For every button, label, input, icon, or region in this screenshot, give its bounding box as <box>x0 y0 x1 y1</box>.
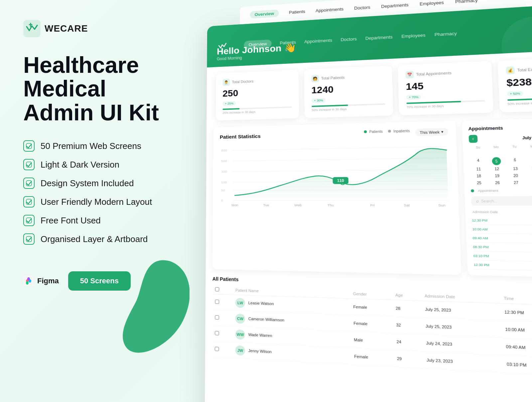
chart-title: Patient Statistics <box>220 133 261 140</box>
nav-appointments[interactable]: Appointments <box>316 6 343 13</box>
patient-gender: Female <box>350 315 393 333</box>
stat-value-patients: 1240 <box>311 82 385 96</box>
row-checkbox[interactable] <box>215 331 219 335</box>
svg-text:0: 0 <box>221 199 223 202</box>
stat-sub-doctors: 25% increase in 30 days <box>222 109 292 114</box>
calendar-month-label: July 2023 <box>522 135 532 140</box>
stat-badge-doctors: + 25% <box>222 101 236 106</box>
chart-tooltip-value: 110 <box>337 179 344 183</box>
stat-badge-earnings: + 50% <box>507 91 523 96</box>
dash-nav-employees[interactable]: Employees <box>401 32 426 39</box>
feature-item: Light & Dark Version <box>23 159 183 170</box>
patient-age: 29 <box>394 350 424 368</box>
stat-badge-patients: + 30% <box>312 98 326 103</box>
stat-card-doctors: 👨‍⚕️ Total Doctors 250 + 25% 25% increas… <box>216 70 299 121</box>
hero-title: Healthcare Medical Admin UI Kit <box>23 53 183 124</box>
patient-gender: Female <box>350 299 393 317</box>
calendar-header: ‹ July 2023 › <box>468 132 532 143</box>
svg-rect-3 <box>26 181 32 186</box>
stat-bar-earnings <box>507 96 532 101</box>
appt-time: 08:30 PM <box>473 245 488 249</box>
stat-label-earnings: Total Earnings <box>517 67 532 72</box>
patient-time: 09:40 AM <box>502 338 532 358</box>
nav-patients[interactable]: Patients <box>289 9 305 15</box>
svg-point-11 <box>26 281 29 285</box>
nav-overview[interactable]: Overview <box>250 9 279 19</box>
patient-name: Wade Warren <box>248 333 272 338</box>
patient-time: 12:30 PM <box>501 303 532 323</box>
dash-nav-pharmacy[interactable]: Pharmacy <box>434 31 457 37</box>
chart-legend: Patients Inpatients This Week ▾ <box>364 128 448 137</box>
nav-doctors[interactable]: Doctors <box>354 5 370 11</box>
chart-section: Patient Statistics Patients Inpatients T… <box>212 121 461 275</box>
svg-point-12 <box>27 277 30 281</box>
svg-text:Mon: Mon <box>231 203 238 207</box>
search-placeholder[interactable]: Search... <box>481 199 497 203</box>
figma-label: Figma <box>37 277 59 285</box>
appt-list-header: Admission Date Time Status <box>471 210 532 214</box>
patient-time: 03:10 PM <box>503 355 532 376</box>
patient-icon: 🧑 <box>311 75 319 82</box>
bottom-bar: Figma 50 Screens <box>23 271 183 291</box>
nav-departments[interactable]: Departments <box>381 2 409 9</box>
appointments-section: Appointments ‹ July 2023 › Su Mo Tu We T… <box>462 117 532 278</box>
row-checkbox[interactable] <box>215 315 219 320</box>
legend-dot-appointment <box>471 189 474 192</box>
stat-sub-patients: 50% increase in 30 days <box>312 106 385 112</box>
screens-button[interactable]: 50 Screens <box>68 271 131 291</box>
nav-employees[interactable]: Employees <box>420 0 444 7</box>
stat-card-appointments: 📅 Total Appointments 145 + 70% 70% incre… <box>398 61 493 115</box>
patient-statistics-chart: 800 500 300 100 50 0 <box>219 141 451 213</box>
appt-time: 03:10 PM <box>473 254 489 258</box>
main-content: Patient Statistics Patients Inpatients T… <box>206 113 532 283</box>
dash-nav-doctors[interactable]: Doctors <box>340 36 357 42</box>
search-icon: ⌕ <box>476 199 479 203</box>
legend-dot-inpatients <box>388 130 391 133</box>
select-all-checkbox[interactable] <box>215 287 219 292</box>
col-age: Age <box>392 290 422 301</box>
calendar-days: 1 2 3 4 5 6 7 8 9 10 11 12 13 14 <box>469 149 532 186</box>
nav-pharmacy[interactable]: Pharmacy <box>455 0 478 4</box>
stat-card-earnings: 💰 Total Earnings $2389 + 50% 50% increas… <box>497 56 532 112</box>
svg-text:Sun: Sun <box>438 203 446 207</box>
calendar-prev-button[interactable]: ‹ <box>468 135 477 143</box>
chart-header: Patient Statistics Patients Inpatients T… <box>220 128 448 140</box>
col-checkbox <box>212 285 233 295</box>
stat-badge-appointments: + 70% <box>406 94 421 100</box>
row-checkbox[interactable] <box>215 347 219 351</box>
check-icon <box>23 196 35 207</box>
doctor-icon: 👨‍⚕️ <box>223 78 230 86</box>
check-icon <box>23 140 35 152</box>
svg-text:Sat: Sat <box>404 203 410 207</box>
stat-value-doctors: 250 <box>222 86 292 99</box>
appointment-item: 12:30 PM ECG <box>472 216 532 226</box>
patient-age: 24 <box>393 333 423 351</box>
patient-name: Jenny Wilson <box>248 348 272 354</box>
svg-line-19 <box>233 147 447 151</box>
feature-label: Light & Dark Version <box>41 160 119 170</box>
appt-time: 09:40 AM <box>472 236 488 240</box>
stat-bar-fill <box>507 98 532 101</box>
patient-age: 28 <box>392 300 422 318</box>
dash-nav-appointments[interactable]: Appointments <box>304 38 332 44</box>
brand-name: WECARE <box>45 23 88 34</box>
stat-value-earnings: $2389 <box>506 74 532 89</box>
feature-item: User Friendly Modern Layout <box>23 196 183 207</box>
legend-dot-patients <box>364 130 367 133</box>
patient-date: July 25, 2023 <box>422 301 501 321</box>
svg-text:500: 500 <box>221 159 227 163</box>
figma-badge: Figma <box>23 276 59 286</box>
avatar: LW <box>235 298 245 308</box>
dash-nav-departments[interactable]: Departments <box>365 34 393 41</box>
svg-text:300: 300 <box>221 170 227 174</box>
feature-label: Organised Layer & Artboard <box>41 234 148 244</box>
appointment-icon: 📅 <box>405 71 414 79</box>
feature-label: Design System Included <box>41 178 134 189</box>
row-checkbox[interactable] <box>215 300 219 304</box>
stat-card-patients: 🧑 Total Patients 1240 + 30% 50% increase… <box>304 66 393 118</box>
chart-filter[interactable]: This Week ▾ <box>415 128 448 136</box>
legend-patients: Patients <box>364 130 383 137</box>
svg-text:800: 800 <box>221 149 227 152</box>
svg-text:Web: Web <box>294 203 302 207</box>
appointment-legend: Appointment <box>471 189 532 193</box>
